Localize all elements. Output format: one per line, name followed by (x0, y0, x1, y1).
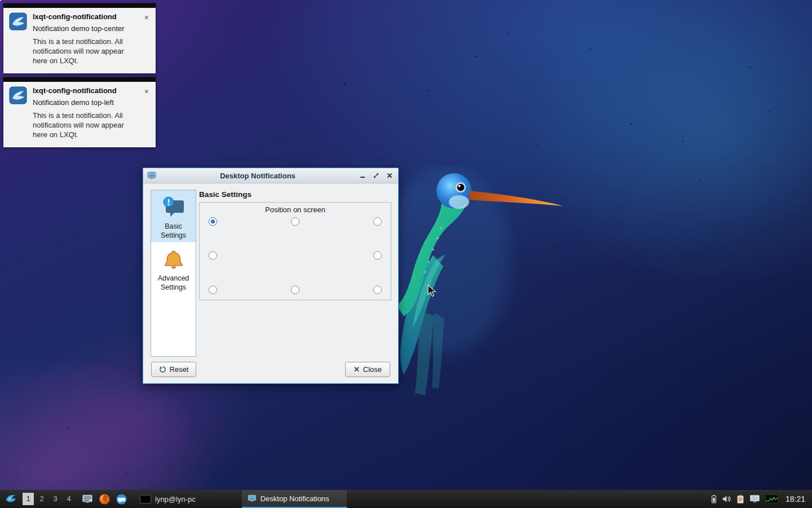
window-title: Desktop Notifications (156, 172, 359, 180)
lxqt-app-icon (9, 12, 27, 30)
position-groupbox: Position on screen (199, 202, 391, 300)
sidebar-item-basic-settings[interactable]: Basic Settings (151, 190, 196, 242)
notification-body: This is a test notification. All notific… (33, 111, 132, 139)
desktop-notifications-task-icon (248, 494, 257, 503)
clock[interactable]: 18:21 (785, 494, 805, 503)
clipboard-icon[interactable] (736, 494, 744, 504)
notification-stack: lxqt-config-notificationd Notification d… (3, 3, 156, 151)
reset-button[interactable]: Reset (151, 362, 196, 377)
show-desktop-icon[interactable] (81, 492, 94, 506)
section-heading: Basic Settings (199, 190, 391, 199)
workspace-3[interactable]: 3 (50, 493, 61, 505)
notification-top-bar (3, 77, 156, 82)
window-content: Basic Settings Advanced Settings Basic S… (143, 183, 398, 383)
reset-button-label: Reset (170, 365, 189, 374)
radio-position-middle-left[interactable] (209, 251, 217, 260)
notification-top-bar (3, 3, 156, 8)
notification-top-left: lxqt-config-notificationd Notification d… (3, 77, 156, 147)
system-tray: 18:21 (711, 494, 810, 504)
taskbar-task-desktop-notifications[interactable]: Desktop Notifications (242, 490, 347, 508)
sidebar-item-advanced-settings[interactable]: Advanced Settings (151, 242, 196, 294)
dialog-close-button[interactable]: ✕ Close (345, 362, 390, 377)
hummingbird-illustration (389, 165, 570, 402)
notification-app-name: lxqt-config-notificationd (33, 12, 132, 21)
basic-settings-icon (162, 196, 186, 220)
workspace-1[interactable]: 1 (23, 493, 34, 505)
desktop-notifications-window: Desktop Notifications (143, 168, 399, 384)
advanced-settings-icon (162, 248, 186, 271)
taskbar: 1234 (0, 490, 812, 508)
desktop: lxqt-config-notificationd Notification d… (0, 0, 812, 508)
sidebar-item-label: Basic Settings (151, 222, 196, 240)
system-monitor-icon[interactable] (765, 494, 778, 503)
close-x-icon: ✕ (354, 366, 360, 373)
close-button-label: Close (363, 365, 382, 374)
active-task-label: Desktop Notifications (261, 494, 329, 503)
notification-summary: Notification demo top-left (33, 98, 132, 107)
notification-close-icon[interactable]: × (142, 12, 151, 65)
workspace-pager: 1234 (21, 493, 76, 505)
sidebar-item-label: Advanced Settings (151, 274, 196, 292)
terminal-task-label: lynp@lyn-pc (155, 495, 196, 503)
notification-app-name: lxqt-config-notificationd (33, 86, 132, 95)
notification-summary: Notification demo top-center (33, 24, 132, 33)
app-menu-button[interactable] (4, 492, 17, 506)
radio-position-bottom-right[interactable] (373, 286, 382, 294)
battery-icon[interactable] (711, 494, 717, 503)
workspace-4[interactable]: 4 (63, 493, 74, 505)
mouse-cursor (427, 284, 436, 298)
workspace-2[interactable]: 2 (36, 493, 47, 505)
notification-top-center: lxqt-config-notificationd Notification d… (3, 3, 156, 73)
groupbox-title: Position on screen (200, 203, 391, 214)
window-titlebar[interactable]: Desktop Notifications (143, 168, 398, 183)
firefox-icon[interactable] (98, 492, 111, 506)
minimize-icon[interactable] (359, 172, 366, 179)
radio-position-bottom-left[interactable] (209, 286, 217, 294)
reset-icon (159, 366, 166, 373)
radio-position-top-center[interactable] (291, 217, 299, 226)
radio-position-middle-right[interactable] (373, 251, 382, 260)
settings-panel: Basic Settings Position on screen (199, 183, 391, 300)
taskbar-task-terminal[interactable]: lynp@lyn-pc (134, 490, 201, 508)
window-icon (147, 171, 156, 180)
lxqt-app-icon (9, 86, 27, 104)
radio-position-top-left[interactable] (209, 217, 217, 226)
radio-position-top-right[interactable] (373, 217, 382, 226)
chat-icon[interactable] (114, 492, 128, 506)
settings-category-list: Basic Settings Advanced Settings (151, 190, 196, 357)
restore-icon[interactable] (373, 172, 379, 179)
display-icon[interactable] (749, 494, 760, 503)
notification-close-icon[interactable]: × (142, 86, 151, 139)
close-icon[interactable] (386, 172, 393, 179)
radio-position-bottom-center[interactable] (291, 286, 299, 294)
volume-icon[interactable] (722, 494, 731, 503)
position-radio-grid (209, 217, 382, 294)
notification-body: This is a test notification. All notific… (33, 37, 132, 65)
terminal-thumbnail-icon (140, 495, 151, 503)
